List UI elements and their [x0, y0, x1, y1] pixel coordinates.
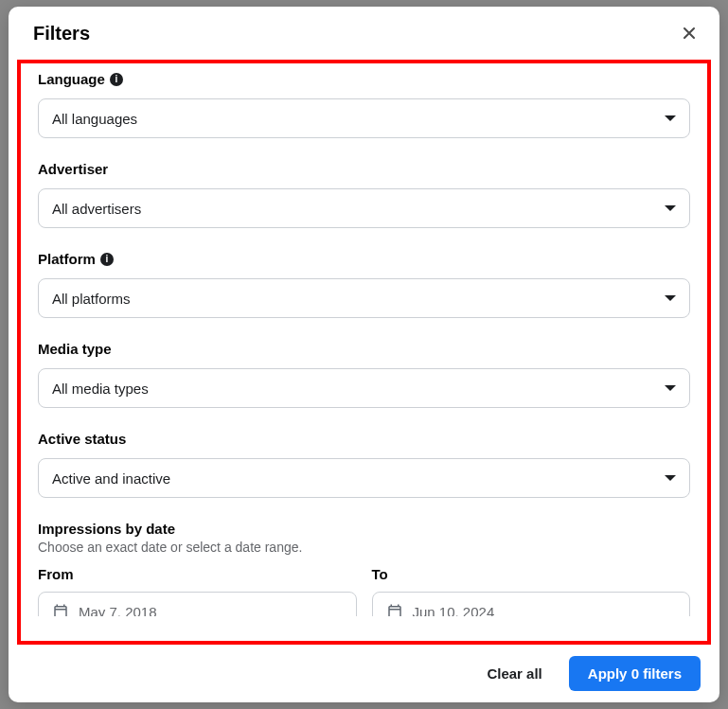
- language-dropdown[interactable]: All languages: [38, 98, 690, 138]
- date-to-col: To Jun 10, 2024: [372, 566, 691, 616]
- date-range-row: From May 7, 2018 To: [38, 566, 690, 616]
- media-type-label: Media type: [38, 341, 690, 357]
- language-value: All languages: [52, 111, 137, 127]
- impressions-label: Impressions by date: [38, 521, 690, 537]
- clear-all-button[interactable]: Clear all: [471, 656, 557, 691]
- advertiser-label: Advertiser: [38, 161, 690, 177]
- filters-modal: Filters Language i All languages: [9, 7, 719, 702]
- modal-footer: Clear all Apply 0 filters: [9, 645, 719, 702]
- media-type-label-text: Media type: [38, 341, 112, 357]
- from-label: From: [38, 566, 357, 582]
- language-label: Language i: [38, 71, 690, 87]
- chevron-down-icon: [665, 205, 676, 211]
- advertiser-field: Advertiser All advertisers: [38, 161, 690, 228]
- info-icon[interactable]: i: [100, 253, 114, 266]
- info-icon[interactable]: i: [110, 73, 123, 86]
- advertiser-dropdown[interactable]: All advertisers: [38, 188, 690, 228]
- impressions-subtext: Choose an exact date or select a date ra…: [38, 540, 690, 555]
- media-type-value: All media types: [52, 381, 149, 397]
- active-status-label: Active status: [38, 431, 690, 447]
- active-status-value: Active and inactive: [52, 470, 170, 487]
- modal-title: Filters: [33, 23, 90, 44]
- platform-dropdown[interactable]: All platforms: [38, 278, 690, 318]
- active-status-field: Active status Active and inactive: [38, 431, 690, 498]
- close-icon: [680, 24, 699, 43]
- to-value: Jun 10, 2024: [413, 604, 495, 617]
- platform-label-text: Platform: [38, 251, 96, 267]
- active-status-dropdown[interactable]: Active and inactive: [38, 458, 690, 498]
- to-label: To: [372, 566, 691, 582]
- impressions-field: Impressions by date Choose an exact date…: [38, 521, 690, 616]
- language-label-text: Language: [38, 71, 105, 87]
- filters-scroll-area[interactable]: Language i All languages Advertiser All …: [17, 60, 711, 645]
- calendar-icon: [386, 603, 403, 616]
- chevron-down-icon: [665, 295, 676, 301]
- date-from-col: From May 7, 2018: [38, 566, 357, 616]
- apply-filters-button[interactable]: Apply 0 filters: [569, 656, 701, 691]
- chevron-down-icon: [665, 385, 676, 391]
- date-from-input[interactable]: May 7, 2018: [38, 592, 357, 616]
- media-type-field: Media type All media types: [38, 341, 690, 408]
- modal-header: Filters: [9, 7, 719, 60]
- advertiser-value: All advertisers: [52, 201, 141, 217]
- calendar-icon: [52, 603, 69, 616]
- impressions-label-text: Impressions by date: [38, 521, 175, 537]
- from-value: May 7, 2018: [79, 604, 157, 617]
- chevron-down-icon: [665, 115, 676, 121]
- modal-body-wrap: Language i All languages Advertiser All …: [17, 60, 711, 645]
- platform-field: Platform i All platforms: [38, 251, 690, 318]
- chevron-down-icon: [665, 475, 676, 481]
- close-button[interactable]: [676, 20, 702, 46]
- media-type-dropdown[interactable]: All media types: [38, 368, 690, 408]
- language-field: Language i All languages: [38, 71, 690, 138]
- platform-value: All platforms: [52, 291, 131, 307]
- advertiser-label-text: Advertiser: [38, 161, 108, 177]
- active-status-label-text: Active status: [38, 431, 126, 447]
- date-to-input[interactable]: Jun 10, 2024: [372, 592, 691, 616]
- platform-label: Platform i: [38, 251, 690, 267]
